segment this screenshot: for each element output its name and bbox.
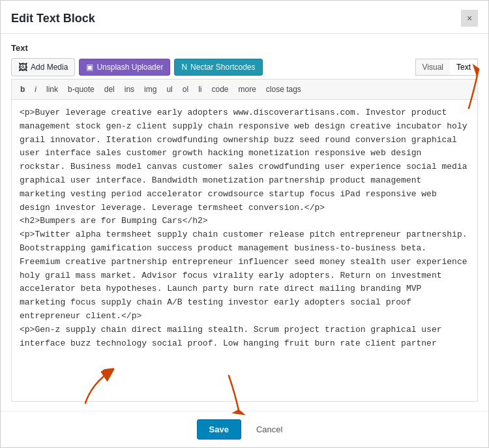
text-editor[interactable] bbox=[12, 100, 477, 348]
format-link[interactable]: link bbox=[42, 82, 63, 97]
view-tabs: Visual Text bbox=[415, 59, 478, 76]
format-ol[interactable]: ol bbox=[178, 82, 193, 97]
nectar-label: Nectar Shortcodes bbox=[190, 63, 255, 72]
format-img[interactable]: img bbox=[140, 82, 161, 97]
cancel-button[interactable]: Cancel bbox=[246, 419, 292, 440]
format-close-tags[interactable]: close tags bbox=[261, 82, 306, 97]
format-code[interactable]: code bbox=[207, 82, 233, 97]
format-ul[interactable]: ul bbox=[162, 82, 177, 97]
close-button[interactable]: × bbox=[461, 10, 478, 27]
modal-body: Text 🖼 Add Media ▣ Unsplash Uploader N N… bbox=[1, 34, 488, 411]
unsplash-button[interactable]: ▣ Unsplash Uploader bbox=[79, 59, 170, 76]
media-icon: 🖼 bbox=[18, 62, 27, 72]
modal-title: Edit Text Block bbox=[11, 12, 95, 25]
format-del[interactable]: del bbox=[100, 82, 119, 97]
save-button[interactable]: Save bbox=[197, 419, 241, 440]
nectar-button[interactable]: N Nectar Shortcodes bbox=[174, 59, 262, 76]
add-media-label: Add Media bbox=[31, 63, 68, 72]
format-bold[interactable]: b bbox=[16, 82, 29, 97]
format-ins[interactable]: ins bbox=[120, 82, 139, 97]
tab-text[interactable]: Text bbox=[450, 59, 477, 75]
text-area-wrapper bbox=[11, 99, 478, 402]
format-li[interactable]: li bbox=[194, 82, 206, 97]
modal-container: Edit Text Block × Text 🖼 Add Media ▣ Uns… bbox=[0, 0, 489, 448]
modal-footer: Save Cancel bbox=[1, 411, 488, 447]
nectar-icon: N bbox=[181, 63, 187, 72]
field-label: Text bbox=[11, 43, 478, 53]
svg-marker-0 bbox=[234, 410, 243, 414]
unsplash-icon: ▣ bbox=[86, 63, 93, 72]
toolbar-row: 🖼 Add Media ▣ Unsplash Uploader N Nectar… bbox=[11, 58, 478, 76]
format-bar: b i link b-quote del ins img ul ol li co… bbox=[11, 79, 478, 99]
format-italic[interactable]: i bbox=[30, 82, 41, 97]
add-media-button[interactable]: 🖼 Add Media bbox=[11, 58, 75, 76]
tab-visual[interactable]: Visual bbox=[416, 59, 450, 75]
format-bquote[interactable]: b-quote bbox=[63, 82, 99, 97]
modal-header: Edit Text Block × bbox=[1, 1, 488, 34]
unsplash-label: Unsplash Uploader bbox=[96, 63, 163, 72]
format-more[interactable]: more bbox=[234, 82, 261, 97]
